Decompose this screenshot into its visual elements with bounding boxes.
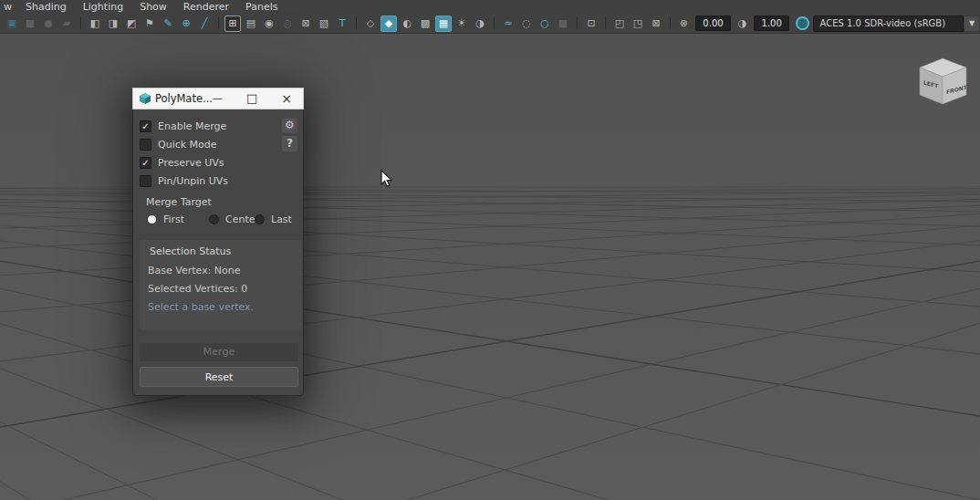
menu-item-show[interactable]: Show: [131, 0, 175, 14]
exposure-icon[interactable]: ⊗: [676, 16, 692, 32]
gear-icon: ⚙: [285, 119, 295, 131]
toolbar-separator: [80, 17, 81, 29]
checkbox-label: Enable Merge: [158, 120, 226, 132]
panel-top-bar: wShadingLightingShowRendererPanels ▣■●▰◧…: [0, 0, 980, 34]
camera-attributes-icon[interactable]: ◩: [123, 16, 140, 32]
dialog-titlebar[interactable]: PolyMate... — □ ×: [132, 88, 304, 109]
checkbox-row-preserve-uvs[interactable]: ✓Preserve UVs: [140, 155, 224, 170]
render-options-icon[interactable]: ■: [555, 16, 571, 32]
menu-item-panels[interactable]: Panels: [237, 0, 286, 14]
checkbox-row-quick-mode[interactable]: Quick Mode: [140, 137, 217, 151]
checkbox-row-pin-unpin-uvs[interactable]: Pin/Unpin UVs: [140, 173, 228, 188]
minimize-icon[interactable]: —: [213, 88, 223, 109]
toolbar-separator: [356, 17, 357, 29]
selected-vertices-status: Selected Vertices: 0: [148, 283, 293, 295]
menu-item-renderer[interactable]: Renderer: [175, 0, 237, 14]
shaded-icon[interactable]: ◆: [381, 16, 397, 32]
checkbox-row-enable-merge[interactable]: ✓Enable Merge: [140, 119, 226, 133]
unchecked-checkbox-icon[interactable]: [140, 139, 151, 151]
field-chart-icon[interactable]: ⊠: [297, 16, 314, 32]
menu-item-lighting[interactable]: Lighting: [75, 0, 131, 14]
merge-button[interactable]: Merge: [140, 343, 298, 361]
dialog-body: ✓Enable MergeQuick Mode✓Preserve UVsPin/…: [132, 109, 304, 396]
wireframe-on-shaded-icon[interactable]: ▦: [435, 16, 452, 32]
polymate-dialog: PolyMate... — □ × ✓Enable MergeQuick Mod…: [132, 88, 304, 396]
image-plane-icon[interactable]: ✎: [160, 16, 176, 32]
motion-blur-icon[interactable]: ◌: [518, 16, 535, 32]
marquee-select-icon[interactable]: ▣: [4, 16, 20, 32]
paste-buffer-icon[interactable]: ◳: [630, 16, 646, 32]
menu-item-shading[interactable]: Shading: [17, 0, 75, 14]
lights-icon[interactable]: ☀: [454, 16, 470, 32]
xray-icon[interactable]: ⊠: [648, 16, 664, 32]
grease-pencil-icon[interactable]: ╱: [196, 16, 213, 32]
settings-button[interactable]: ⚙: [282, 118, 297, 133]
radio-center[interactable]: Center: [209, 214, 259, 224]
menu-item-w[interactable]: w: [2, 0, 17, 14]
color-management-toggle-icon[interactable]: [796, 16, 808, 30]
unselected-radio-icon[interactable]: [255, 214, 265, 224]
checkbox-label: Pin/Unpin UVs: [158, 175, 228, 187]
resolution-gate-icon[interactable]: ◉: [261, 16, 277, 32]
dialog-title: PolyMate...: [155, 92, 213, 105]
selection-status-panel: Selection Status Base Vertex: None Selec…: [140, 240, 301, 330]
checkbox-label: Preserve UVs: [158, 157, 224, 169]
merge-target-label: Merge Target: [146, 196, 212, 208]
maya-viewport-window: wShadingLightingShowRendererPanels ▣■●▰◧…: [0, 0, 980, 500]
gate-mask-icon[interactable]: ◎: [279, 16, 296, 32]
unselected-radio-icon[interactable]: [209, 214, 219, 224]
color-space-dropdown-arrow-icon[interactable]: ▼: [964, 16, 980, 32]
camera-lock-icon[interactable]: ◨: [105, 16, 121, 32]
status-hint: Select a base vertex.: [148, 301, 293, 313]
selected-radio-icon[interactable]: [147, 214, 157, 224]
gamma-icon[interactable]: ◑: [735, 16, 750, 32]
plane-icon[interactable]: ▰: [58, 16, 75, 32]
base-vertex-status: Base Vertex: None: [148, 265, 293, 276]
snapshot-icon[interactable]: ●: [40, 16, 57, 32]
toolbar-separator: [218, 17, 219, 29]
grid-icon[interactable]: ⊞: [224, 16, 241, 32]
bookmark-icon[interactable]: ⚑: [141, 16, 158, 32]
help-icon: ?: [287, 137, 293, 150]
occlusion-icon[interactable]: ≈: [500, 16, 516, 32]
checkbox-label: Quick Mode: [158, 139, 217, 151]
render-region-icon[interactable]: ■: [22, 16, 38, 32]
panel-menu-bar: wShadingLightingShowRendererPanels: [0, 0, 980, 14]
toolbar-separator: [670, 17, 671, 29]
pan-zoom-icon[interactable]: ⊕: [178, 16, 194, 32]
toolbar-separator: [605, 17, 606, 29]
safe-title-icon[interactable]: T: [334, 16, 350, 32]
flat-shade-icon[interactable]: ◐: [399, 16, 415, 32]
color-space-select[interactable]: ACES 1.0 SDR-video (sRGB): [813, 16, 964, 32]
reset-button[interactable]: Reset: [140, 367, 298, 387]
film-gate-icon[interactable]: ▤: [243, 16, 259, 32]
radio-last[interactable]: Last: [255, 214, 292, 224]
textured-icon[interactable]: ▩: [417, 16, 433, 32]
close-icon[interactable]: ×: [281, 88, 292, 109]
safe-action-icon[interactable]: ▧: [316, 16, 332, 32]
unchecked-checkbox-icon[interactable]: [140, 175, 151, 187]
exposure-field[interactable]: 0.00: [695, 16, 731, 31]
panel-toolbar: ▣■●▰◧◨◩⚑✎⊕╱⊞▤◉◎⊠▧T◇◆◐▩▦☀◑≈◌○■⊡◰◳⊠ ⊗ 0.00…: [0, 14, 980, 33]
toolbar-separator: [577, 17, 578, 29]
view-cube[interactable]: LEFT FRONT: [914, 52, 973, 110]
gamma-field[interactable]: 1.00: [754, 16, 789, 31]
polymate-app-icon: [139, 92, 151, 105]
checked-checkbox-icon[interactable]: ✓: [140, 120, 151, 132]
shadows-icon[interactable]: ◑: [472, 16, 488, 32]
toolbar-separator: [494, 17, 495, 29]
isolate-select-icon[interactable]: ⊡: [583, 16, 599, 32]
selection-status-header: Selection Status: [150, 245, 293, 257]
mouse-cursor-icon: [380, 170, 396, 192]
copy-buffer-icon[interactable]: ◰: [611, 16, 628, 32]
maximize-icon[interactable]: □: [246, 88, 257, 109]
checked-checkbox-icon[interactable]: ✓: [140, 157, 151, 169]
radio-label: First: [163, 214, 184, 225]
radio-first[interactable]: First: [147, 214, 184, 224]
wireframe-icon[interactable]: ◇: [362, 16, 379, 32]
radio-label: Last: [271, 214, 292, 225]
anti-alias-icon[interactable]: ○: [537, 16, 553, 32]
camera-icon[interactable]: ◧: [87, 16, 103, 32]
help-button[interactable]: ?: [282, 136, 297, 151]
